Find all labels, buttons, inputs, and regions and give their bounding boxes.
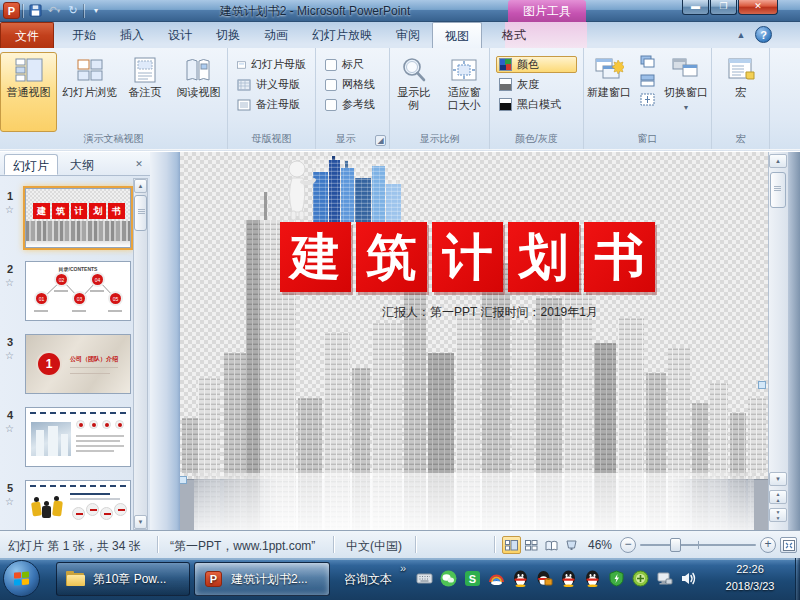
scroll-up-icon[interactable]: ▲ <box>134 179 147 193</box>
animation-star-icon[interactable]: ☆ <box>5 204 14 215</box>
taskbar-overflow-chevron[interactable]: » <box>400 562 406 574</box>
notes-master-button[interactable]: 备注母版 <box>234 96 309 113</box>
normal-view-button[interactable]: 普通视图 <box>0 52 57 132</box>
rainbow-input-icon[interactable] <box>488 570 505 587</box>
scroll-thumb[interactable] <box>770 172 786 208</box>
move-split-button[interactable] <box>637 92 658 107</box>
qq-icon[interactable] <box>584 570 601 587</box>
gridlines-checkbox[interactable]: 网格线 <box>322 76 383 93</box>
animation-star-icon[interactable]: ☆ <box>5 277 14 288</box>
fit-slide-to-window-icon[interactable] <box>780 537 797 553</box>
antivirus-shield-icon[interactable] <box>608 570 625 587</box>
green-orb-icon[interactable] <box>632 570 649 587</box>
tab-view[interactable]: 视图 <box>432 22 482 48</box>
tab-format[interactable]: 格式 <box>490 22 538 48</box>
macros-button[interactable]: 宏 <box>716 52 766 132</box>
slide-thumbnail-1[interactable]: 建筑计划书 <box>25 188 131 248</box>
zoom-slider[interactable] <box>640 544 756 546</box>
slide-editing-area[interactable]: 建 筑 计 划 书 汇报人：第一PPT 汇报时间：2019年1月 <box>180 152 768 530</box>
qat-customize-icon[interactable]: ▾ <box>88 3 104 19</box>
slideshow-toggle[interactable] <box>562 536 581 554</box>
normal-view-toggle[interactable] <box>502 536 521 554</box>
slide-thumbnail-2[interactable]: 目录/CONTENTS 01 02 03 04 05 <box>25 261 131 321</box>
tab-animations[interactable]: 动画 <box>252 22 300 48</box>
panel-divider[interactable] <box>150 152 180 530</box>
slide-thumbnail-4[interactable] <box>25 407 131 467</box>
slide-master-button[interactable]: 幻灯片母版 <box>234 56 309 73</box>
show-desktop-button[interactable] <box>795 558 800 600</box>
help-icon[interactable]: ? <box>755 26 772 43</box>
fit-to-window-button[interactable]: 适应窗口大小 <box>440 52 489 132</box>
tab-outline[interactable]: 大纲 <box>62 154 102 175</box>
taskbar-clock[interactable]: 22:26 2018/3/23 <box>706 561 794 595</box>
redo-icon[interactable]: ↻ <box>65 3 81 19</box>
grayscale-button[interactable]: 灰度 <box>496 76 577 93</box>
new-window-button[interactable]: 新建窗口 <box>584 52 634 132</box>
vertical-scrollbar[interactable]: ▲ ▼ ▲▲ ▼▼ <box>768 152 788 530</box>
save-icon[interactable] <box>27 3 43 19</box>
panel-scroll-thumb[interactable] <box>134 195 147 231</box>
slide-thumbnail-5[interactable] <box>25 480 131 530</box>
notes-page-button[interactable]: 备注页 <box>122 52 167 132</box>
restore-button[interactable]: ❐ <box>710 0 737 15</box>
powerpoint-app-icon[interactable]: P <box>3 2 20 19</box>
black-white-button[interactable]: 黑白模式 <box>496 96 577 113</box>
color-button[interactable]: 颜色 <box>496 56 577 73</box>
slide-title[interactable]: 建 筑 计 划 书 <box>280 222 655 292</box>
tab-file[interactable]: 文件 <box>0 22 54 48</box>
reading-view-button[interactable]: 阅读视图 <box>170 52 227 132</box>
animation-star-icon[interactable]: ☆ <box>5 496 14 507</box>
selection-handle[interactable] <box>758 381 766 389</box>
volume-icon[interactable] <box>680 570 697 587</box>
dialog-launcher-icon[interactable]: ◢ <box>375 135 386 146</box>
scroll-up-icon[interactable]: ▲ <box>769 154 787 168</box>
sogou-icon[interactable]: S <box>464 570 481 587</box>
qq-briefcase-icon[interactable] <box>536 570 553 587</box>
undo-icon[interactable]: ↶▾ <box>46 3 62 19</box>
ruler-checkbox[interactable]: 标尺 <box>322 56 383 73</box>
zoom-slider-thumb[interactable] <box>670 538 681 552</box>
tab-slides[interactable]: 幻灯片 <box>4 154 58 175</box>
tab-transitions[interactable]: 切换 <box>204 22 252 48</box>
scroll-down-icon[interactable]: ▼ <box>769 472 787 486</box>
tab-insert[interactable]: 插入 <box>108 22 156 48</box>
scroll-down-icon[interactable]: ▼ <box>134 515 147 529</box>
zoom-button[interactable]: 显示比例 <box>390 52 438 132</box>
tab-design[interactable]: 设计 <box>156 22 204 48</box>
panel-scrollbar[interactable]: ▲ ▼ <box>133 178 148 530</box>
slide-sorter-toggle[interactable] <box>522 536 541 554</box>
tab-slideshow[interactable]: 幻灯片放映 <box>300 22 384 48</box>
tab-review[interactable]: 审阅 <box>384 22 432 48</box>
close-panel-icon[interactable]: ✕ <box>131 156 147 172</box>
taskbar-text-button[interactable]: 咨询文本 <box>334 562 400 596</box>
wechat-icon[interactable] <box>440 570 457 587</box>
animation-star-icon[interactable]: ☆ <box>5 423 14 434</box>
language-indicator[interactable]: 中文(中国) <box>346 538 402 555</box>
zoom-in-icon[interactable]: + <box>760 537 776 553</box>
switch-windows-button[interactable]: 切换窗口 ▼ <box>661 52 711 132</box>
qq-icon[interactable] <box>512 570 529 587</box>
zoom-percentage[interactable]: 46% <box>588 538 612 552</box>
taskbar-powerpoint-button[interactable]: P 建筑计划书2... <box>194 562 330 596</box>
slide-sorter-button[interactable]: 幻灯片浏览 <box>59 52 120 132</box>
tab-home[interactable]: 开始 <box>60 22 108 48</box>
animation-star-icon[interactable]: ☆ <box>5 350 14 361</box>
start-button[interactable] <box>3 560 40 597</box>
next-slide-icon[interactable]: ▼▼ <box>769 508 787 522</box>
arrange-all-button[interactable] <box>637 73 658 88</box>
reading-view-toggle[interactable] <box>542 536 561 554</box>
handout-master-button[interactable]: 讲义母版 <box>234 76 309 93</box>
guides-checkbox[interactable]: 参考线 <box>322 96 383 113</box>
input-keyboard-icon[interactable] <box>416 570 433 587</box>
slide-subtitle[interactable]: 汇报人：第一PPT 汇报时间：2019年1月 <box>330 304 650 321</box>
zoom-out-icon[interactable]: − <box>620 537 636 553</box>
network-icon[interactable] <box>656 570 673 587</box>
minimize-button[interactable]: ▬ <box>682 0 709 15</box>
collapse-ribbon-icon[interactable]: ▲ <box>734 28 748 42</box>
cascade-windows-button[interactable] <box>637 54 658 69</box>
qq-icon[interactable] <box>560 570 577 587</box>
slide-thumbnail-3[interactable]: 1 公司（团队）介绍 <box>25 334 131 394</box>
blue-buildings-figure-image[interactable] <box>283 156 423 224</box>
previous-slide-icon[interactable]: ▲▲ <box>769 490 787 504</box>
taskbar-folder-button[interactable]: 第10章 Pow... <box>56 562 190 596</box>
